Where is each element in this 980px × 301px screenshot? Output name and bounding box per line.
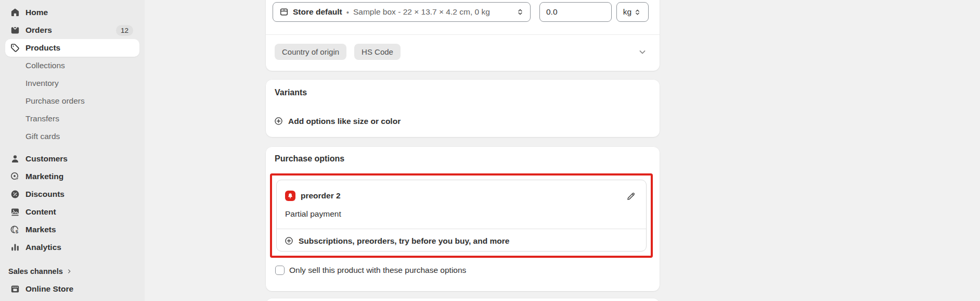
purchase-options-title: Purchase options [275,154,344,164]
preorder-app-icon [285,191,295,201]
sidebar-item-label: Discounts [25,190,65,199]
package-select[interactable]: Store default • Sample box - 22 × 13.7 ×… [273,2,531,22]
sidebar-item-analytics[interactable]: Analytics [5,239,139,256]
next-card-top [266,298,660,301]
sidebar-spacer [0,256,145,262]
sidebar-item-marketing[interactable]: Marketing [5,168,139,185]
package-description: Sample box - 22 × 13.7 × 4.2 cm, 0 kg [353,7,511,17]
customers-icon [10,154,20,164]
storefront-icon [10,284,20,294]
sidebar-item-label: Analytics [25,243,61,252]
divider [277,229,646,229]
only-sell-checkbox[interactable] [275,266,285,275]
analytics-bars-icon [10,242,20,253]
sidebar-item-label: Orders [25,26,52,35]
pencil-icon [626,191,636,202]
collapse-section-button[interactable] [636,46,649,58]
country-of-origin-chip[interactable]: Country of origin [275,44,346,60]
sidebar-item-label: Markets [25,225,56,234]
sidebar-spacer [0,145,145,150]
sidebar-item-online-store[interactable]: Online Store [5,280,139,298]
weight-unit-select[interactable]: kg [616,2,649,22]
sidebar-item-products[interactable]: Products [5,39,139,57]
add-purchase-option-label: Subscriptions, preorders, try before you… [299,236,509,246]
main-content: Store default • Sample box - 22 × 13.7 ×… [145,0,980,301]
sidebar-item-discounts[interactable]: Discounts [5,185,139,203]
chevron-down-icon [637,47,648,57]
marketing-icon [10,171,20,182]
sidebar-item-purchase-orders[interactable]: Purchase orders [5,92,139,110]
sidebar-item-label: Collections [25,61,65,70]
purchase-option-item: preorder 2 Partial payment Subscripti [276,180,647,252]
add-variant-options-label: Add options like size or color [288,117,401,126]
sidebar-item-collections[interactable]: Collections [5,57,139,74]
package-select-value: Store default [293,7,342,17]
sidebar-item-label: Products [25,43,60,53]
weight-unit-value: kg [623,7,631,17]
package-box-icon [279,7,289,17]
svg-text:$: $ [16,229,19,234]
sales-channels-label: Sales channels [8,267,63,275]
markets-globe-icon: $ [10,224,20,235]
select-caret-icon [515,7,525,17]
sidebar-item-label: Online Store [25,284,73,294]
variants-title: Variants [275,88,307,97]
sidebar-item-label: Content [25,207,56,217]
sidebar-item-home[interactable]: Home [5,4,139,21]
divider [266,34,660,35]
products-tag-icon [10,43,20,53]
shipping-card: Store default • Sample box - 22 × 13.7 ×… [266,0,660,71]
hs-code-chip[interactable]: HS Code [354,44,401,60]
sidebar-item-label: Marketing [25,172,63,181]
edit-purchase-option-button[interactable] [625,191,637,202]
purchase-option-description: Partial payment [285,209,341,219]
customs-chips: Country of origin HS Code [275,44,401,60]
weight-input[interactable] [539,2,612,22]
shopify-admin-product-page: Home Orders 12 Products Collections Inve… [0,0,980,301]
orders-icon [10,25,20,35]
separator-dot: • [346,8,349,17]
sidebar-item-label: Transfers [25,114,59,123]
purchase-option-name: preorder 2 [301,191,341,200]
purchase-options-card: Purchase options preorder 2 Part [266,147,660,291]
sidebar-item-label: Inventory [25,79,59,88]
add-variant-options-button[interactable]: Add options like size or color [274,116,401,126]
sidebar-item-label: Customers [25,154,68,164]
circle-plus-icon [284,236,294,246]
purchase-option-header: preorder 2 [285,191,341,201]
home-icon [10,7,20,18]
add-purchase-option-button[interactable]: Subscriptions, preorders, try before you… [284,236,509,246]
select-caret-icon [633,8,642,17]
only-sell-checkbox-label: Only sell this product with these purcha… [289,266,466,275]
content-icon [10,207,20,217]
purchase-option-highlight: preorder 2 Partial payment Subscripti [270,173,653,258]
sidebar-item-transfers[interactable]: Transfers [5,110,139,128]
sidebar-item-customers[interactable]: Customers [5,150,139,168]
sidebar-item-label: Home [25,8,48,17]
sales-channels-header[interactable]: Sales channels [5,262,139,280]
sidebar-item-label: Purchase orders [25,96,85,106]
sidebar-item-gift-cards[interactable]: Gift cards [5,128,139,145]
circle-plus-icon [274,116,283,126]
sidebar: Home Orders 12 Products Collections Inve… [0,0,145,301]
chevron-right-icon [66,268,73,275]
sidebar-item-orders[interactable]: Orders 12 [5,21,139,39]
variants-card: Variants Add options like size or color [266,80,660,137]
sidebar-item-label: Gift cards [25,132,60,141]
sidebar-item-inventory[interactable]: Inventory [5,74,139,92]
orders-count-badge: 12 [116,25,133,36]
only-sell-row: Only sell this product with these purcha… [275,266,466,275]
discounts-icon [10,189,20,199]
sidebar-item-markets[interactable]: $ Markets [5,221,139,239]
sidebar-item-content[interactable]: Content [5,203,139,221]
